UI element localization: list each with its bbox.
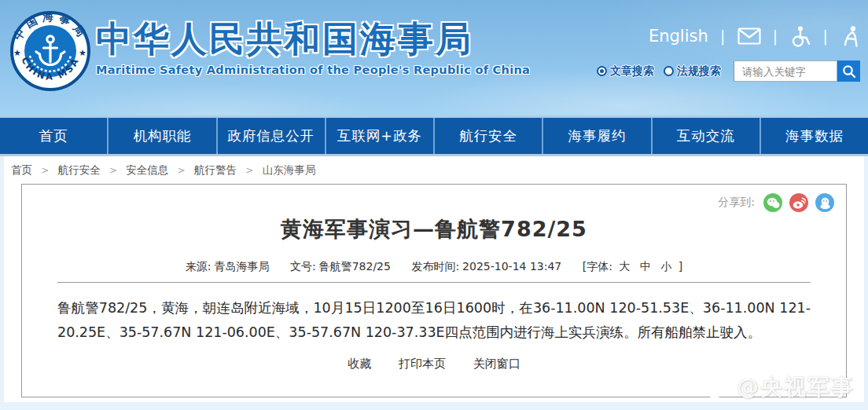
mail-icon[interactable]	[737, 27, 761, 45]
nav-item-msa-data[interactable]: 海事数据	[761, 118, 868, 154]
meta-publish-time: 发布时间:2025-10-14 13:47	[411, 260, 561, 273]
share-label: 分享到:	[718, 196, 755, 210]
meta-divider-line	[57, 282, 811, 283]
weibo-watermark-icon	[704, 375, 732, 400]
search-input[interactable]	[734, 60, 837, 82]
radio-law-search-label: 法规搜索	[677, 64, 721, 79]
site-subtitle: Maritime Safety Administration of the Pe…	[96, 64, 530, 76]
qq-share-icon[interactable]	[815, 193, 834, 212]
breadcrumb-home[interactable]: 首页	[11, 163, 32, 176]
breadcrumb-safety-info[interactable]: 安全信息	[126, 163, 168, 176]
breadcrumb-shandong-msa: 山东海事局	[263, 163, 316, 176]
breadcrumb-navigation-safety[interactable]: 航行安全	[58, 163, 101, 176]
font-size-medium-button[interactable]: 中	[640, 260, 651, 273]
wechat-share-icon[interactable]	[763, 193, 782, 212]
radio-article-search[interactable]: 文章搜索	[597, 64, 654, 79]
nav-item-navigation-safety[interactable]: 航行安全	[435, 118, 543, 154]
article-meta: 来源:青岛海事局 文号:鲁航警782/25 发布时间:2025-10-14 13…	[22, 260, 846, 274]
nav-item-interaction[interactable]: 互动交流	[653, 118, 761, 154]
nav-item-functions[interactable]: 机构职能	[108, 118, 217, 154]
cctv-military-watermark: @央视军事	[704, 372, 855, 402]
nav-item-gov-info[interactable]: 政府信息公开	[218, 118, 326, 154]
meta-font-size-control: [字体: 大 中 小 ]	[583, 260, 682, 273]
nav-item-home[interactable]: 首页	[0, 118, 108, 154]
accessibility-wheelchair-icon[interactable]	[789, 25, 811, 47]
english-link[interactable]: English	[649, 27, 708, 46]
main-nav: 首页 机构职能 政府信息公开 互联网+政务 航行安全 海事履约 互动交流 海事数…	[0, 115, 868, 156]
close-window-button[interactable]: 关闭窗口	[473, 357, 520, 371]
watermark-text: @央视军事	[737, 372, 855, 402]
breadcrumb-separator: >	[109, 165, 117, 176]
radio-unchecked-icon[interactable]	[664, 66, 674, 76]
breadcrumb-nav-warnings[interactable]: 航行警告	[194, 163, 237, 176]
radio-article-search-label: 文章搜索	[610, 64, 654, 79]
article-body-text: 鲁航警782/25，黄海，朝连岛附近海域，10月15日1200至16日1600时…	[57, 296, 811, 345]
search-row: 文章搜索 法规搜索	[597, 60, 860, 82]
font-size-small-button[interactable]: 小	[660, 260, 671, 273]
search-button[interactable]	[837, 60, 860, 82]
svg-text:★: ★	[13, 48, 21, 58]
search-icon	[842, 64, 856, 79]
weibo-share-icon[interactable]	[789, 193, 808, 212]
svg-text:★: ★	[79, 48, 86, 58]
print-page-button[interactable]: 打印本页	[399, 357, 446, 371]
divider: |	[720, 27, 726, 46]
nav-item-internet-services[interactable]: 互联网+政务	[326, 118, 435, 154]
breadcrumb-separator: >	[245, 165, 253, 176]
site-title-block: 中华人民共和国海事局 Maritime Safety Administratio…	[96, 17, 530, 76]
nav-item-msa-compliance[interactable]: 海事履约	[543, 118, 652, 154]
site-title: 中华人民共和国海事局	[96, 17, 530, 61]
font-size-large-button[interactable]: 大	[619, 260, 630, 273]
divider: |	[773, 27, 778, 46]
elder-mode-person-icon[interactable]	[840, 25, 860, 47]
radio-law-search[interactable]: 法规搜索	[664, 64, 721, 79]
share-row: 分享到:	[718, 193, 834, 212]
favorite-button[interactable]: 收藏	[348, 357, 371, 371]
radio-checked-icon[interactable]	[597, 66, 607, 76]
article-box: 分享到: 黄海军事演习—鲁航警782/25 来源:青岛海事局 文号:鲁航警782…	[21, 184, 847, 397]
meta-source: 来源:青岛海事局	[186, 260, 270, 273]
breadcrumb-separator: >	[178, 165, 186, 176]
meta-doc-number: 文号:鲁航警782/25	[290, 260, 391, 273]
site-header: 中国海事局 CHINA MSA ★ ★ 中华人民共和国海事局 Maritime …	[0, 0, 868, 115]
divider: |	[822, 27, 828, 46]
breadcrumb-separator: >	[41, 165, 49, 176]
article-actions: 收藏 打印本页 关闭窗口	[22, 357, 846, 372]
page-body: 首页 > 航行安全 > 安全信息 > 航行警告 > 山东海事局 分享到: 黄海军…	[4, 156, 864, 402]
utility-row: English | | |	[597, 25, 860, 47]
breadcrumb: 首页 > 航行安全 > 安全信息 > 航行警告 > 山东海事局	[4, 156, 864, 181]
article-title: 黄海军事演习—鲁航警782/25	[22, 215, 846, 243]
china-msa-logo-icon: 中国海事局 CHINA MSA ★ ★	[9, 10, 91, 92]
